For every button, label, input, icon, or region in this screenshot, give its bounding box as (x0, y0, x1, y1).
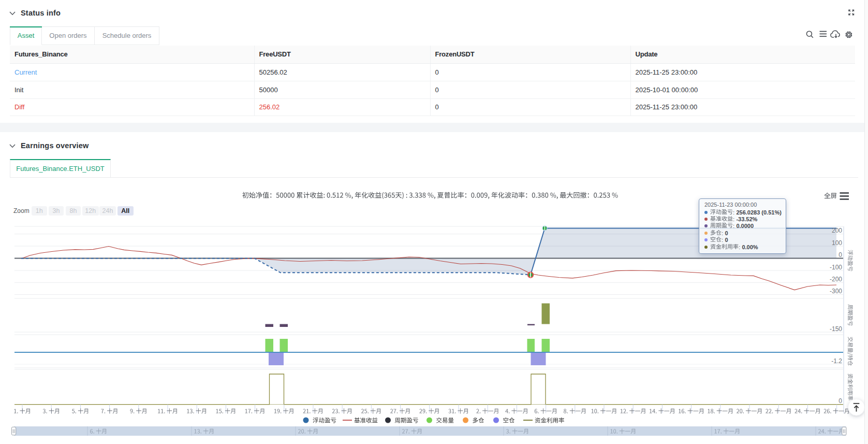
svg-text:-150: -150 (830, 325, 842, 333)
svg-text:0: 0 (838, 397, 842, 405)
svg-text:-100: -100 (830, 264, 842, 271)
svg-text:-1.2: -1.2 (831, 357, 842, 365)
svg-text:0: 0 (838, 251, 842, 259)
svg-text:-200: -200 (830, 276, 842, 283)
svg-text:100: 100 (832, 239, 842, 247)
svg-text:200: 200 (832, 227, 842, 234)
svg-text:-300: -300 (830, 288, 842, 295)
